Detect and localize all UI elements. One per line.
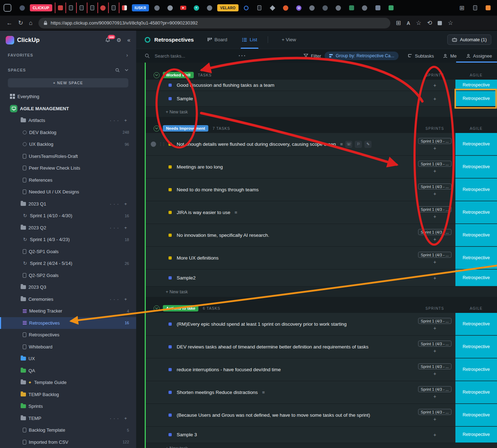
agile-value[interactable]: Retrospective: [463, 367, 490, 372]
sidebar-item-retrospectives-doc[interactable]: Retrospectives: [0, 329, 136, 341]
sidebar-item-temp-backlog[interactable]: TEMP Backlog: [0, 389, 136, 401]
collapse-group-icon[interactable]: [154, 126, 160, 132]
edit-icon[interactable]: ✎: [364, 141, 372, 148]
add-sprint-button[interactable]: +: [433, 433, 436, 437]
add-sprint-button[interactable]: +: [433, 146, 436, 150]
browser-tab[interactable]: [386, 2, 396, 13]
drag-handle-icon[interactable]: ⋮⋮: [159, 142, 165, 146]
subtasks-button[interactable]: Subtasks: [408, 53, 434, 59]
assignee-placeholder[interactable]: [151, 142, 156, 147]
browser-tab[interactable]: [320, 2, 331, 13]
sidebar-item-imported-from-csv[interactable]: Imported from CSV 122: [0, 436, 136, 448]
sprint-tag[interactable]: Sprint 1 (4/3 - ...: [418, 386, 452, 392]
browser-tab[interactable]: [267, 2, 278, 13]
add-sprint-button[interactable]: +: [433, 326, 436, 330]
agile-value[interactable]: Retrospective: [463, 321, 490, 326]
browser-tab[interactable]: [359, 2, 370, 13]
sidebar-item-q2-sp1-goals[interactable]: Q2-SP1 Goals: [0, 246, 136, 258]
add-sprint-button[interactable]: +: [433, 260, 436, 264]
tab-board[interactable]: Board: [206, 31, 229, 49]
column-header-agile[interactable]: AGILE: [455, 127, 497, 130]
tab-list[interactable]: List: [241, 31, 258, 49]
collections-star-icon[interactable]: ☆: [448, 20, 453, 26]
browser-tab[interactable]: [373, 2, 383, 13]
add-sprint-button[interactable]: +: [433, 97, 436, 101]
sprint-tag[interactable]: Sprint 1 (4/3 - ...: [418, 409, 452, 415]
description-icon[interactable]: ≡: [235, 210, 237, 215]
sidebar-item-sprint2-q2[interactable]: ↻ Sprint 2 (4/24 - 5/14) 26: [0, 257, 136, 270]
favorites-section-header[interactable]: FAVORITES ›: [0, 50, 136, 60]
browser-tab[interactable]: [97, 2, 108, 13]
status-icon[interactable]: [169, 256, 172, 260]
add-sprint-button[interactable]: +: [433, 214, 436, 219]
add-sprint-button[interactable]: +: [433, 394, 436, 399]
browser-tab[interactable]: [483, 2, 493, 13]
task-row[interactable]: Need to do more things through teams Spr…: [146, 178, 497, 201]
tab-group-velaro[interactable]: VELARO: [217, 4, 238, 11]
read-aloud-icon[interactable]: A: [407, 21, 410, 26]
folder-actions[interactable]: ··· +: [110, 225, 129, 230]
browser-tab[interactable]: [119, 2, 129, 13]
add-sprint-button[interactable]: +: [433, 237, 436, 241]
sidebar-item-2023-q1[interactable]: 2023 Q1 ··· +: [0, 198, 136, 210]
add-sprint-button[interactable]: +: [433, 276, 436, 280]
collapse-group-icon[interactable]: [154, 72, 160, 78]
browser-tab[interactable]: [76, 2, 87, 13]
sprint-tag[interactable]: Sprint 1 (4/3 - ...: [418, 206, 452, 212]
status-icon[interactable]: [169, 211, 172, 214]
spaces-section-header[interactable]: SPACES: [0, 65, 136, 75]
column-header-sprints[interactable]: SPRINTS: [414, 73, 455, 77]
tab-group-clickup[interactable]: CLICKUP: [30, 4, 52, 11]
browser-tab[interactable]: [108, 2, 119, 13]
status-icon[interactable]: [169, 188, 172, 191]
browser-tab[interactable]: [204, 2, 215, 13]
new-task-button[interactable]: + New task: [146, 107, 497, 117]
description-icon[interactable]: ≡: [262, 390, 265, 395]
agile-value[interactable]: Retrospective: [463, 390, 490, 395]
sidebar-item-meeting-tracker[interactable]: Meeting Tracker 4: [0, 305, 136, 317]
browser-tab[interactable]: [151, 2, 162, 13]
group-badge[interactable]: Needs Improvement: [163, 125, 208, 132]
sidebar-item-references[interactable]: References: [0, 174, 136, 186]
refresh-icon[interactable]: ↻: [18, 20, 23, 26]
status-icon[interactable]: [169, 84, 172, 87]
task-row[interactable]: More UX definitions Sprint 1 (4/3 - ... …: [146, 247, 497, 270]
search-icon[interactable]: [145, 53, 150, 58]
add-sprint-button[interactable]: +: [433, 349, 436, 353]
browser-tab[interactable]: +: [191, 2, 202, 13]
description-icon[interactable]: ≡: [340, 142, 343, 147]
new-task-button[interactable]: + New task: [146, 443, 497, 448]
sidebar-item-qa[interactable]: QA: [0, 365, 136, 377]
sidebar-item-2023-q2[interactable]: 2023 Q2 ··· +: [0, 222, 136, 234]
task-row[interactable]: Sample + Retrospective: [146, 91, 497, 107]
sidebar-item-sprint1-q2[interactable]: ↻ Sprint 1 (4/3 - 4/23) 18: [0, 234, 136, 246]
status-icon[interactable]: [169, 322, 172, 326]
folder-actions[interactable]: ··· +: [110, 118, 129, 123]
add-sprint-button[interactable]: +: [433, 417, 436, 421]
settings-gear-icon[interactable]: ⚙: [117, 37, 121, 43]
sidebar-item-template-guide[interactable]: ✦ Template Guide: [0, 377, 136, 389]
sprint-tag[interactable]: Sprint 1 (4/3 - ...: [418, 138, 452, 144]
agile-value[interactable]: Retrospective: [463, 82, 490, 87]
task-row[interactable]: (RM)Every epic should spend at least 1 s…: [146, 313, 497, 336]
sprint-tag[interactable]: Sprint 1 (4/3 - ...: [418, 363, 452, 369]
search-icon[interactable]: [115, 68, 120, 73]
favorites-icon[interactable]: ☆: [416, 20, 421, 26]
sidebar-item-retrospectives-selected[interactable]: Retrospectives 16: [0, 317, 136, 329]
add-sprint-button[interactable]: +: [433, 372, 436, 376]
status-icon[interactable]: [169, 165, 172, 169]
filter-button[interactable]: Filter: [304, 53, 321, 59]
sidebar-item-sprint1-q1[interactable]: ↻ Sprint 1 (4/10 - 4/30) 16: [0, 210, 136, 222]
new-space-button[interactable]: + NEW SPACE: [8, 78, 128, 87]
tag-icon[interactable]: ⚐: [355, 141, 362, 148]
group-by-button[interactable]: Group by: Retrospective Ca...: [325, 52, 399, 60]
status-icon[interactable]: [169, 234, 172, 237]
sprint-tag[interactable]: Sprint 1 (4/3 - ...: [418, 318, 452, 324]
sprint-tag[interactable]: Sprint 1 (4/3 - ...: [418, 161, 452, 167]
home-icon[interactable]: ⌂: [29, 20, 32, 26]
status-icon[interactable]: [169, 391, 172, 394]
folder-actions[interactable]: ··· +: [110, 297, 129, 302]
automate-button[interactable]: Automate (1): [447, 34, 491, 45]
call-icon[interactable]: ☏: [345, 141, 352, 148]
status-icon[interactable]: [169, 414, 172, 417]
